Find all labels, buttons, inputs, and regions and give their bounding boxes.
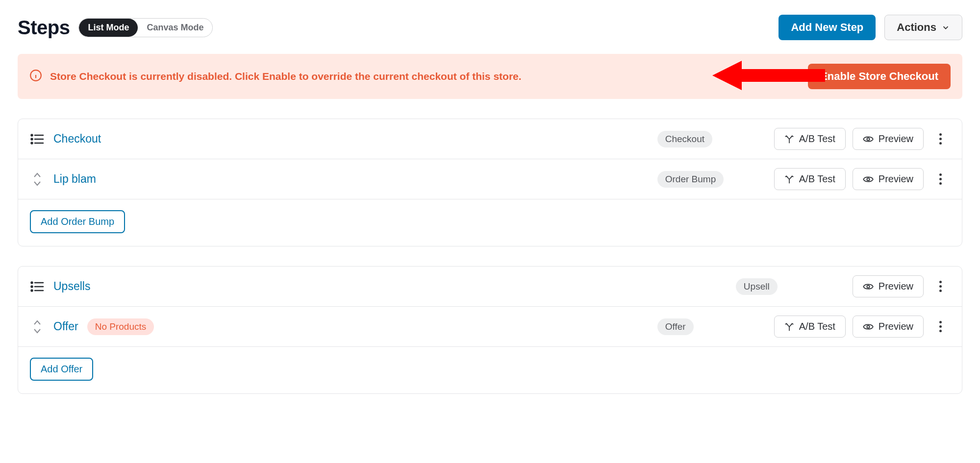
ab-test-button[interactable]: A/B Test — [774, 316, 846, 338]
no-products-badge: No Products — [87, 318, 154, 335]
eye-icon — [863, 135, 874, 143]
chevron-down-icon — [941, 23, 950, 32]
banner-message: Store Checkout is currently disabled. Cl… — [50, 71, 800, 82]
eye-icon — [863, 283, 874, 291]
list-mode-tab[interactable]: List Mode — [79, 19, 138, 37]
eye-icon — [863, 323, 874, 331]
split-icon — [784, 174, 794, 184]
substep-row: Lip blam Order Bump A/B Test Preview — [18, 159, 962, 199]
enable-store-checkout-button[interactable]: Enable Store Checkout — [808, 64, 951, 89]
actions-button[interactable]: Actions — [884, 15, 962, 40]
reorder-handle[interactable] — [30, 319, 45, 334]
svg-point-10 — [867, 138, 869, 140]
step-type-badge: Order Bump — [657, 171, 724, 188]
substep-title-link[interactable]: Lip blam — [53, 172, 96, 186]
ab-test-button[interactable]: A/B Test — [774, 128, 846, 150]
svg-marker-3 — [712, 61, 825, 90]
more-menu-button[interactable] — [930, 281, 950, 292]
more-menu-button[interactable] — [930, 173, 950, 185]
svg-point-6 — [31, 138, 33, 140]
list-icon — [30, 134, 45, 145]
arrow-annotation — [712, 58, 825, 95]
upsells-group-card: Upsells Upsell Preview Offer No Products… — [18, 266, 962, 394]
substep-title-link[interactable]: Offer — [53, 320, 78, 333]
svg-point-18 — [867, 285, 869, 288]
store-checkout-disabled-banner: Store Checkout is currently disabled. Cl… — [18, 54, 962, 99]
top-bar: Steps List Mode Canvas Mode Add New Step… — [18, 15, 962, 40]
step-row: Upsells Upsell Preview — [18, 267, 962, 307]
more-menu-button[interactable] — [930, 321, 950, 332]
eye-icon — [863, 175, 874, 183]
add-order-bump-button[interactable]: Add Order Bump — [30, 210, 125, 233]
split-icon — [784, 322, 794, 332]
page-title: Steps — [18, 17, 70, 39]
step-title-link[interactable]: Upsells — [53, 280, 90, 293]
preview-button[interactable]: Preview — [853, 316, 924, 338]
step-type-badge: Checkout — [657, 131, 712, 147]
svg-point-14 — [31, 286, 33, 287]
info-icon — [29, 69, 42, 84]
more-menu-button[interactable] — [930, 133, 950, 145]
card-footer: Add Order Bump — [18, 199, 962, 246]
svg-point-8 — [31, 142, 33, 144]
svg-point-4 — [31, 134, 33, 136]
ab-test-button[interactable]: A/B Test — [774, 168, 846, 190]
step-row: Checkout Checkout A/B Test Preview — [18, 119, 962, 159]
card-footer: Add Offer — [18, 347, 962, 393]
preview-button[interactable]: Preview — [853, 128, 924, 150]
add-new-step-button[interactable]: Add New Step — [779, 15, 876, 40]
reorder-handle[interactable] — [30, 172, 45, 187]
preview-button[interactable]: Preview — [853, 275, 924, 297]
checkout-group-card: Checkout Checkout A/B Test Preview Lip b… — [18, 119, 962, 246]
view-mode-toggle[interactable]: List Mode Canvas Mode — [78, 18, 213, 37]
split-icon — [784, 134, 794, 144]
svg-point-19 — [867, 325, 869, 328]
step-title-link[interactable]: Checkout — [53, 132, 101, 146]
svg-point-11 — [867, 178, 869, 180]
substep-row: Offer No Products Offer A/B Test Preview — [18, 307, 962, 347]
svg-point-12 — [31, 282, 33, 283]
step-type-badge: Upsell — [736, 278, 778, 295]
svg-point-16 — [31, 290, 33, 291]
list-icon — [30, 281, 45, 292]
step-type-badge: Offer — [657, 318, 694, 335]
add-offer-button[interactable]: Add Offer — [30, 358, 93, 381]
canvas-mode-tab[interactable]: Canvas Mode — [138, 19, 212, 37]
actions-label: Actions — [897, 22, 936, 33]
preview-button[interactable]: Preview — [853, 168, 924, 190]
